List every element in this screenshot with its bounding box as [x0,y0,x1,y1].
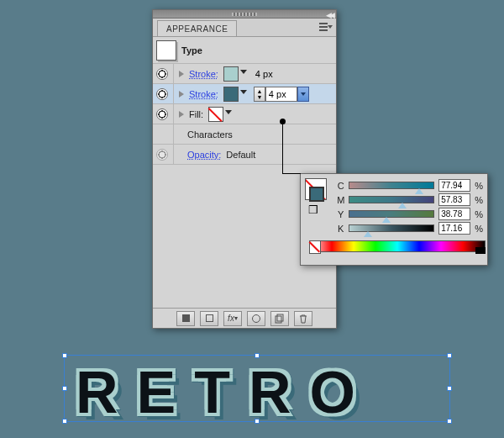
appearance-panel: ◀◀ APPEARANCE Type Stroke: 4 px Stroke: … [152,9,337,329]
target-row: Type [153,37,336,64]
swatch-dropdown-icon[interactable] [240,70,247,74]
new-stroke-button[interactable] [200,311,218,326]
stroke-swatch-2[interactable] [223,87,239,102]
callout-leader [282,122,301,174]
panel-tab-bar: APPEARANCE [153,18,336,37]
opacity-link[interactable]: Opacity: [187,150,221,160]
visibility-toggle[interactable] [156,108,168,120]
panel-drag-bar[interactable]: ◀◀ [153,10,336,18]
channel-slider[interactable] [349,210,434,218]
stroke-weight-dropdown[interactable] [297,87,309,102]
percent-label: % [475,195,483,205]
stroke-weight-field[interactable] [265,87,297,102]
panel-footer: fx▾ [153,308,336,328]
cmyk-row-m: M% [337,193,483,207]
characters-row[interactable]: Characters [153,124,336,145]
channel-slider[interactable] [349,224,434,232]
percent-label: % [475,224,483,234]
cmyk-row-y: Y% [337,207,483,221]
channel-label: M [337,195,344,205]
channel-label: C [337,181,344,191]
svg-rect-0 [276,316,281,323]
cmyk-row-c: C% [337,178,483,193]
channel-value-field[interactable] [438,208,470,220]
percent-label: % [475,181,483,191]
channel-slider[interactable] [349,182,434,189]
visibility-toggle[interactable] [156,68,168,80]
delete-button[interactable] [294,311,312,326]
stroke-weight-input[interactable]: ▲▼ [254,87,309,102]
tab-appearance[interactable]: APPEARANCE [157,20,237,36]
target-label: Type [181,45,202,55]
channel-label: Y [337,209,344,219]
cmyk-row-k: K% [337,221,483,235]
target-thumbnail[interactable] [156,40,176,61]
stroke-link[interactable]: Stroke: [189,89,218,99]
channel-slider[interactable] [349,196,434,203]
channel-value-field[interactable] [438,222,470,235]
channel-value-field[interactable] [438,179,470,192]
3d-preview-icon[interactable]: ❒ [308,203,330,216]
stroke-link[interactable]: Stroke: [189,69,218,79]
retro-text[interactable]: RETRO [76,359,374,426]
fill-label: Fill: [189,109,203,119]
disclosure-icon[interactable] [179,91,184,98]
clear-appearance-button[interactable] [247,311,265,326]
panel-menu-icon[interactable] [319,21,333,33]
visibility-toggle[interactable] [156,88,168,100]
visibility-toggle[interactable] [156,149,168,161]
new-fill-button[interactable] [176,311,195,326]
duplicate-button[interactable] [270,311,289,326]
black-color-icon[interactable] [475,247,486,254]
color-picker-popup: ❒ C%M%Y%K% [300,173,488,266]
swatch-dropdown-icon[interactable] [240,90,247,94]
channel-label: K [337,224,344,234]
fx-button[interactable]: fx▾ [223,311,242,326]
opacity-row[interactable]: Opacity: Default [153,145,336,165]
channel-value-field[interactable] [438,193,470,206]
disclosure-icon[interactable] [179,111,184,118]
stroke-row-1[interactable]: Stroke: 4 px [153,64,336,84]
fill-row[interactable]: Fill: [153,104,336,124]
characters-label: Characters [187,129,233,140]
fill-swatch[interactable] [208,107,223,122]
none-color-icon[interactable] [309,240,321,254]
spectrum-bar[interactable] [309,240,486,252]
stroke-swatch-1[interactable] [223,66,239,82]
stroke-row-2[interactable]: Stroke: ▲▼ [153,84,336,104]
percent-label: % [475,209,483,219]
stroke-size-1: 4 px [255,69,273,79]
current-color-swatch[interactable] [309,187,324,202]
swatch-dropdown-icon[interactable] [225,110,232,114]
svg-rect-1 [277,314,283,321]
stepper-buttons[interactable]: ▲▼ [254,87,265,102]
disclosure-icon[interactable] [179,71,184,77]
opacity-value: Default [226,150,255,160]
